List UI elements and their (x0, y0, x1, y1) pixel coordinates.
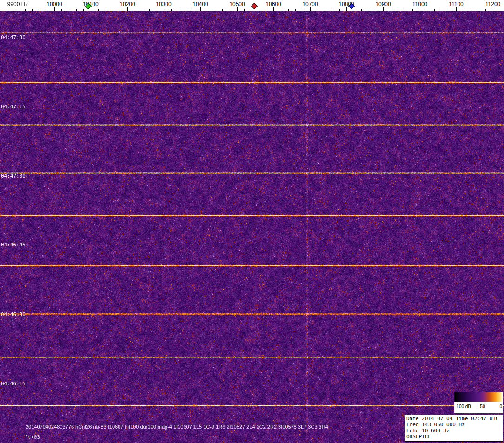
ruler-tick (237, 7, 238, 11)
ruler-tick (54, 7, 55, 11)
ruler-tick (179, 9, 179, 11)
red-diamond-marker-icon[interactable] (251, 3, 258, 9)
ruler-tick (346, 7, 347, 11)
meteor-spectrogram-window: 9900 Hz100001010010200103001040010500106… (0, 0, 504, 443)
colorbar: -100 dB -50 0 (454, 392, 503, 413)
ruler-tick (478, 9, 478, 11)
ruler-tick (303, 9, 303, 11)
frequency-ruler[interactable]: 9900 Hz100001010010200103001040010500106… (0, 0, 504, 11)
ruler-tick (127, 7, 128, 11)
ruler-tick (281, 9, 281, 11)
freq-label: 10700 (302, 1, 318, 7)
ruler-tick (259, 9, 259, 11)
info-station-line: OBSUPICE (406, 434, 501, 440)
ruler-tick (471, 9, 471, 11)
ruler-tick (398, 9, 398, 11)
ruler-tick (208, 9, 208, 11)
ruler-tick (295, 9, 296, 11)
ruler-tick (485, 9, 486, 11)
ruler-tick (252, 9, 252, 11)
time-label: 04:46:15 (1, 381, 26, 387)
ruler-tick (106, 9, 106, 11)
waterfall-display (0, 11, 504, 443)
ruler-tick (135, 9, 135, 11)
freq-label: 10200 (119, 1, 135, 7)
info-echo-line: Echo=10 600 Hz (406, 428, 501, 434)
info-freq-line: Freq=143 050 000 Hz (406, 422, 501, 428)
ruler-tick (427, 9, 427, 11)
ruler-tick (40, 9, 40, 11)
freq-label: 10900 (375, 1, 391, 7)
ruler-tick (464, 9, 464, 11)
ruler-tick (113, 9, 113, 11)
ruler-tick (186, 9, 186, 11)
ruler-tick (76, 9, 77, 11)
ruler-tick (412, 9, 413, 11)
detection-annotation: 20140704024803776 hCnt26 nb-83 f10607 hi… (26, 424, 328, 430)
ruler-tick (61, 9, 62, 11)
info-box: Date=2014-07-04 Time=02:47 UTC Freq=143 … (405, 415, 503, 442)
colorbar-label-mid: -50 (478, 404, 485, 409)
ruler-tick (325, 9, 325, 11)
ruler-tick (47, 9, 47, 11)
ruler-tick (310, 7, 311, 11)
ruler-tick (449, 9, 449, 11)
ruler-tick (288, 9, 289, 11)
freq-label: 10400 (192, 1, 208, 7)
freq-label: 11200 (485, 1, 500, 7)
ruler-tick (391, 9, 391, 11)
freq-label: 10000 (46, 1, 62, 7)
freq-label: 10600 (265, 1, 281, 7)
ruler-tick (222, 9, 223, 11)
freq-label: 9900 Hz (7, 1, 28, 7)
colorbar-label-min: -100 dB (455, 404, 471, 409)
freq-label: 10500 (229, 1, 245, 7)
ruler-tick (193, 9, 193, 11)
ruler-tick (354, 9, 354, 11)
ruler-tick (383, 7, 384, 11)
time-label: 04:46:45 (1, 242, 26, 248)
freq-label: 10300 (156, 1, 171, 7)
freq-label: 11000 (412, 1, 427, 7)
ruler-tick (442, 9, 442, 11)
ruler-tick (405, 9, 405, 11)
colorbar-labels: -100 dB -50 0 (454, 402, 503, 413)
corner-label: ^t+03 (25, 434, 40, 440)
ruler-tick (120, 9, 120, 11)
ruler-tick (157, 9, 157, 11)
ruler-tick (32, 9, 33, 11)
ruler-tick (376, 9, 376, 11)
ruler-tick (318, 9, 318, 11)
ruler-tick (83, 9, 84, 11)
ruler-tick (18, 7, 18, 11)
ruler-tick (200, 7, 201, 11)
ruler-tick (215, 9, 215, 11)
ruler-tick (171, 9, 172, 11)
ruler-tick (149, 9, 150, 11)
ruler-tick (420, 7, 420, 11)
info-date-line: Date=2014-07-04 Time=02:47 UTC (406, 416, 501, 422)
ruler-tick (98, 9, 99, 11)
colorbar-gradient (454, 392, 503, 402)
ruler-tick (91, 7, 91, 11)
ruler-tick (369, 9, 369, 11)
ruler-tick (230, 9, 230, 11)
time-label: 04:46:30 (1, 311, 26, 317)
ruler-tick (25, 9, 26, 11)
ruler-tick (456, 7, 457, 11)
ruler-tick (164, 7, 164, 11)
freq-label: 11100 (449, 1, 464, 7)
ruler-tick (142, 9, 142, 11)
time-label: 04:47:30 (1, 34, 26, 40)
ruler-tick (266, 9, 266, 11)
ruler-tick (332, 9, 332, 11)
ruler-tick (69, 9, 69, 11)
time-label: 04:47:00 (1, 173, 26, 179)
time-label: 04:47:15 (1, 104, 26, 110)
ruler-tick (339, 9, 340, 11)
ruler-tick (273, 7, 274, 11)
colorbar-label-max: 0 (499, 404, 502, 409)
ruler-tick (434, 9, 435, 11)
ruler-tick (361, 9, 362, 11)
ruler-tick (244, 9, 245, 11)
